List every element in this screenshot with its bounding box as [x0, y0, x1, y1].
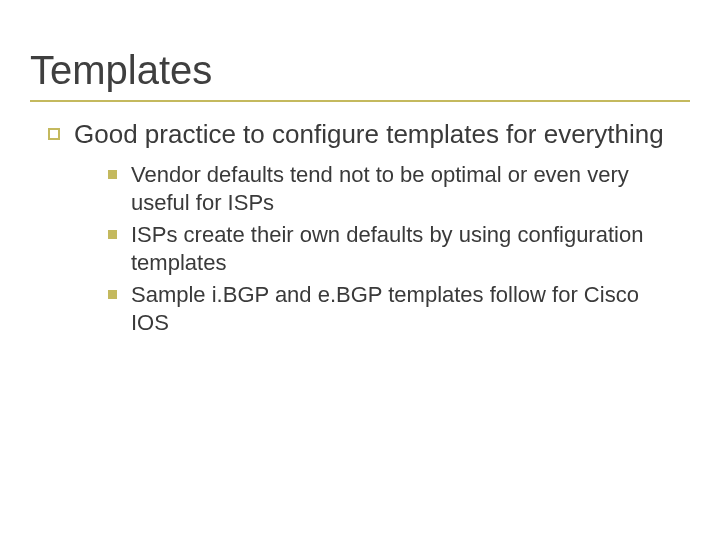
- slide-body: Good practice to configure templates for…: [48, 118, 668, 341]
- bullet-level2-text: Vendor defaults tend not to be optimal o…: [131, 161, 668, 217]
- square-solid-icon: [108, 230, 117, 239]
- bullet-level2-group: Vendor defaults tend not to be optimal o…: [108, 161, 668, 338]
- slide: Templates Good practice to configure tem…: [0, 0, 720, 540]
- bullet-level2: Vendor defaults tend not to be optimal o…: [108, 161, 668, 217]
- slide-title: Templates: [30, 48, 212, 93]
- bullet-level2-text: ISPs create their own defaults by using …: [131, 221, 668, 277]
- bullet-level1-text: Good practice to configure templates for…: [74, 118, 664, 151]
- bullet-level2-text: Sample i.BGP and e.BGP templates follow …: [131, 281, 668, 337]
- bullet-level2: ISPs create their own defaults by using …: [108, 221, 668, 277]
- square-solid-icon: [108, 290, 117, 299]
- title-underline: [30, 100, 690, 102]
- square-solid-icon: [108, 170, 117, 179]
- square-outline-icon: [48, 128, 60, 140]
- bullet-level1: Good practice to configure templates for…: [48, 118, 668, 151]
- bullet-level2: Sample i.BGP and e.BGP templates follow …: [108, 281, 668, 337]
